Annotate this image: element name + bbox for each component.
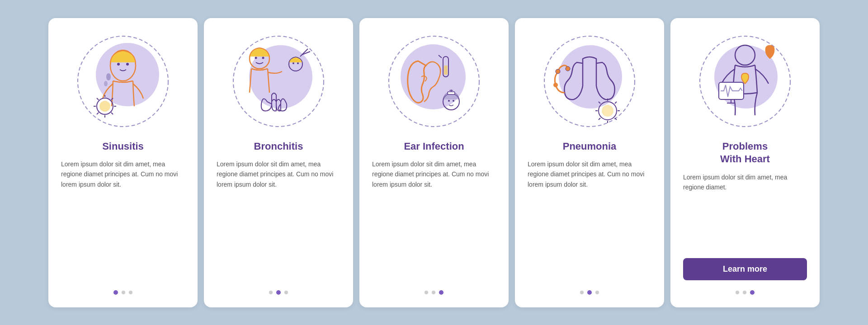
dot-3	[595, 291, 599, 294]
dot-2	[122, 291, 125, 294]
bronchitis-illustration	[229, 32, 328, 131]
svg-line-13	[97, 98, 99, 100]
svg-point-26	[401, 44, 466, 109]
card-sinusitis: Sinusitis Lorem ipsum dolor sit dim amet…	[48, 18, 198, 307]
svg-point-39	[556, 69, 560, 74]
dot-1	[269, 291, 273, 294]
heart-title: Problems With Heart	[720, 140, 770, 166]
dot-3	[284, 291, 288, 294]
dot-2	[432, 291, 435, 294]
sinusitis-text: Lorem ipsum dolor sit dim amet, mea regi…	[61, 159, 185, 280]
pneumonia-text: Lorem ipsum dolor sit dim amet, mea regi…	[528, 159, 651, 280]
dot-2	[276, 290, 281, 295]
dot-3	[129, 291, 132, 294]
ear-infection-title: Ear Infection	[404, 140, 464, 153]
dot-3	[750, 290, 755, 295]
dot-1	[736, 291, 739, 294]
dot-1	[425, 291, 428, 294]
dot-1	[113, 290, 118, 295]
pneumonia-title: Pneumonia	[563, 140, 617, 153]
ear-infection-illustration	[384, 32, 484, 131]
svg-rect-28	[444, 66, 448, 75]
card-bronchitis: Bronchitis Lorem ipsum dolor sit dim ame…	[204, 18, 353, 307]
heart-text: Lorem ipsum dolor sit dim amet, mea regi…	[683, 172, 807, 250]
dot-2	[587, 290, 592, 295]
ear-infection-dots	[425, 290, 443, 295]
card-pneumonia: Pneumonia Lorem ipsum dolor sit dim amet…	[515, 18, 664, 307]
svg-line-49	[599, 118, 600, 120]
svg-point-5	[106, 73, 111, 80]
svg-point-40	[566, 66, 570, 71]
svg-point-21	[262, 57, 264, 59]
bronchitis-title: Bronchitis	[254, 140, 303, 153]
bronchitis-dots	[269, 290, 288, 295]
heart-dots	[736, 290, 755, 295]
svg-line-14	[111, 113, 113, 114]
svg-point-38	[553, 83, 558, 87]
pneumonia-illustration	[540, 32, 639, 131]
dot-3	[439, 290, 443, 295]
dot-1	[580, 291, 584, 294]
sinusitis-title: Sinusitis	[102, 140, 144, 153]
bronchitis-text: Lorem ipsum dolor sit dim amet, mea regi…	[217, 159, 340, 280]
card-ear-infection: Ear Infection Lorem ipsum dolor sit dim …	[359, 18, 509, 307]
svg-line-50	[615, 102, 617, 104]
svg-point-20	[255, 57, 257, 59]
svg-line-15	[97, 113, 99, 114]
svg-point-4	[126, 63, 129, 66]
svg-point-31	[448, 100, 450, 102]
svg-rect-33	[448, 92, 455, 94]
cards-container: Sinusitis Lorem ipsum dolor sit dim amet…	[30, 5, 838, 321]
sinusitis-dots	[113, 290, 132, 295]
card-heart: Problems With Heart Lorem ipsum dolor si…	[670, 18, 820, 307]
svg-point-23	[292, 62, 294, 64]
svg-point-24	[297, 62, 299, 64]
learn-more-button[interactable]: Learn more	[683, 258, 807, 280]
svg-point-8	[99, 101, 110, 112]
svg-point-42	[602, 105, 613, 117]
sinusitis-illustration	[73, 32, 173, 131]
ear-infection-text: Lorem ipsum dolor sit dim amet, mea regi…	[372, 159, 496, 280]
dot-2	[743, 291, 746, 294]
heart-illustration	[695, 32, 795, 131]
svg-point-6	[104, 81, 108, 86]
svg-point-3	[117, 63, 120, 66]
pneumonia-dots	[580, 290, 599, 295]
svg-point-32	[453, 100, 454, 102]
